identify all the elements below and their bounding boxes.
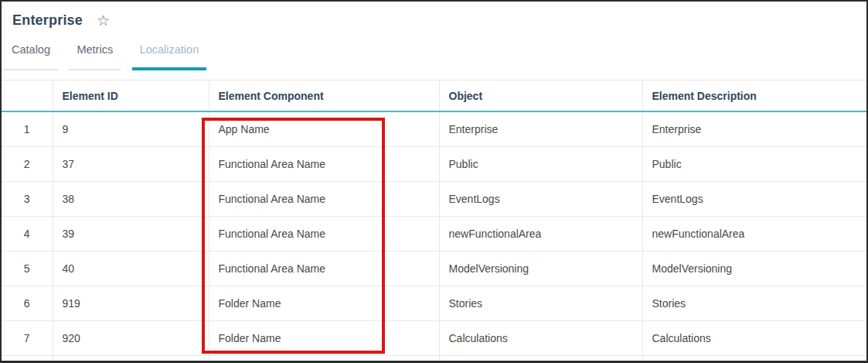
element-component-cell: Folder Name bbox=[209, 286, 439, 321]
header-element-description: Element Description bbox=[642, 80, 866, 112]
element-id-cell: 37 bbox=[53, 147, 209, 182]
table-row[interactable]: 2 37 Functional Area Name Public Public bbox=[2, 147, 866, 182]
row-number-cell: 1 bbox=[2, 111, 53, 147]
object-cell: EventLogs bbox=[439, 182, 642, 217]
header-element-id: Element ID bbox=[53, 80, 209, 112]
element-id-cell: 920 bbox=[53, 321, 209, 356]
element-id-cell: 919 bbox=[53, 286, 209, 321]
element-component-cell: Folder Name bbox=[209, 321, 439, 356]
element-id-cell: 38 bbox=[53, 182, 209, 217]
row-number-cell: 6 bbox=[2, 286, 53, 321]
table-row[interactable]: 4 39 Functional Area Name newFunctionalA… bbox=[2, 217, 866, 252]
element-description-cell: ModelVersioning bbox=[642, 252, 866, 286]
element-description-cell: Calculations bbox=[642, 321, 866, 356]
element-description-cell: Public bbox=[642, 147, 866, 182]
element-description-cell: newFunctionalArea bbox=[642, 217, 866, 252]
object-cell: Public bbox=[439, 147, 642, 182]
page-title: Enterprise bbox=[12, 12, 83, 29]
table-row[interactable]: 1 9 App Name Enterprise Enterprise bbox=[2, 111, 866, 147]
empty-partial-row bbox=[2, 356, 866, 361]
object-cell: ModelVersioning bbox=[439, 252, 642, 286]
header-element-component: Element Component bbox=[209, 80, 439, 112]
tab-bar: Catalog Metrics Localization bbox=[2, 42, 866, 70]
table-row[interactable]: 6 919 Folder Name Stories Stories bbox=[2, 286, 866, 321]
element-component-cell: Functional Area Name bbox=[209, 252, 439, 286]
element-description-cell: EventLogs bbox=[642, 182, 866, 217]
page-header: Enterprise ☆ Catalog Metrics Localizatio… bbox=[2, 2, 866, 70]
row-number-cell: 3 bbox=[2, 182, 53, 217]
object-cell: newFunctionalArea bbox=[439, 217, 642, 252]
element-component-cell: Functional Area Name bbox=[209, 217, 439, 252]
element-description-cell: Stories bbox=[642, 286, 866, 321]
element-component-cell: Functional Area Name bbox=[209, 182, 439, 217]
localization-table-area: Element ID Element Component Object Elem… bbox=[2, 80, 866, 361]
header-row-number bbox=[2, 80, 53, 112]
table-row[interactable]: 3 38 Functional Area Name EventLogs Even… bbox=[2, 182, 866, 217]
element-id-cell: 9 bbox=[53, 111, 209, 147]
row-number-cell: 4 bbox=[2, 217, 53, 252]
element-description-cell: Enterprise bbox=[642, 111, 866, 147]
tab-localization[interactable]: Localization bbox=[132, 42, 207, 70]
favorite-star-icon[interactable]: ☆ bbox=[97, 13, 110, 28]
element-component-cell: Functional Area Name bbox=[209, 147, 439, 182]
tab-catalog[interactable]: Catalog bbox=[4, 42, 58, 70]
element-component-cell: App Name bbox=[209, 111, 439, 147]
row-number-cell: 7 bbox=[2, 321, 53, 356]
object-cell: Calculations bbox=[439, 321, 642, 356]
tab-metrics[interactable]: Metrics bbox=[69, 42, 121, 70]
header-object: Object bbox=[439, 80, 642, 112]
page-title-row: Enterprise ☆ bbox=[12, 12, 866, 29]
table-row[interactable]: 5 40 Functional Area Name ModelVersionin… bbox=[2, 252, 866, 286]
object-cell: Stories bbox=[439, 286, 642, 321]
table-row[interactable]: 7 920 Folder Name Calculations Calculati… bbox=[2, 321, 866, 356]
row-number-cell: 2 bbox=[2, 147, 53, 182]
element-id-cell: 39 bbox=[53, 217, 209, 252]
row-number-cell: 5 bbox=[2, 252, 53, 286]
localization-table: Element ID Element Component Object Elem… bbox=[2, 80, 866, 360]
element-id-cell: 40 bbox=[53, 252, 209, 286]
table-header-row: Element ID Element Component Object Elem… bbox=[2, 80, 866, 112]
object-cell: Enterprise bbox=[439, 111, 642, 147]
